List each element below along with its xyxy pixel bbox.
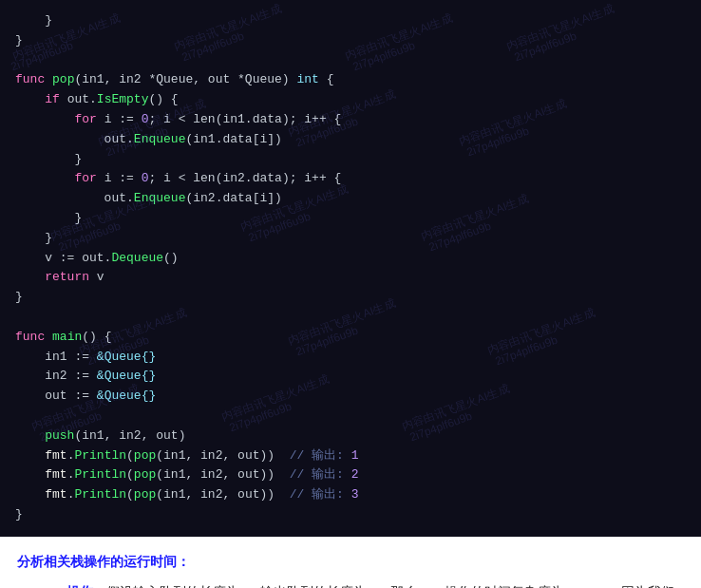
code-line: in2 := &Queue{} <box>15 367 686 387</box>
code-line: out.Enqueue(in1.data[i]) <box>15 130 686 150</box>
code-line: } <box>15 229 686 249</box>
code-content: }} func pop(in1, in2 *Queue, out *Queue)… <box>15 11 686 525</box>
code-line: v := out.Dequeue() <box>15 249 686 269</box>
code-line: } <box>15 150 686 170</box>
code-line: fmt.Println(pop(in1, in2, out)) // 输出: 2 <box>15 465 686 485</box>
code-line: func pop(in1, in2 *Queue, out *Queue) in… <box>15 70 686 90</box>
code-line: } <box>15 209 686 229</box>
code-line: } <box>15 31 686 51</box>
code-line: if out.IsEmpty() { <box>15 90 686 110</box>
code-line: in1 := &Queue{} <box>15 348 686 368</box>
code-line: func main() { <box>15 328 686 348</box>
analysis-list: push操作：假设输入队列的长度为n，输出队列的长度为m，那么push操作的时间… <box>17 581 684 588</box>
code-line: } <box>15 505 686 525</box>
code-line <box>15 51 686 71</box>
code-line: fmt.Println(pop(in1, in2, out)) // 输出: 3 <box>15 485 686 505</box>
code-line: } <box>15 11 686 31</box>
code-line: out.Enqueue(in2.data[i]) <box>15 189 686 209</box>
code-line: push(in1, in2, out) <box>15 427 686 446</box>
code-line: for i := 0; i < len(in2.data); i++ { <box>15 169 686 189</box>
code-line <box>15 407 686 427</box>
code-line <box>15 308 686 328</box>
code-line: } <box>15 288 686 308</box>
code-line: out := &Queue{} <box>15 387 686 407</box>
code-line: fmt.Println(pop(in1, in2, out)) // 输出: 1 <box>15 446 686 466</box>
analysis-title: 分析相关栈操作的运行时间： <box>17 550 684 574</box>
code-line: for i := 0; i < len(in1.data); i++ { <box>15 110 686 130</box>
analysis-item-1: push操作：假设输入队列的长度为n，输出队列的长度为m，那么push操作的时间… <box>17 581 684 588</box>
code-line: return v <box>15 268 686 288</box>
analysis-section: 分析相关栈操作的运行时间： push操作：假设输入队列的长度为n，输出队列的长度… <box>0 537 701 588</box>
code-block: }} func pop(in1, in2 *Queue, out *Queue)… <box>0 0 701 537</box>
